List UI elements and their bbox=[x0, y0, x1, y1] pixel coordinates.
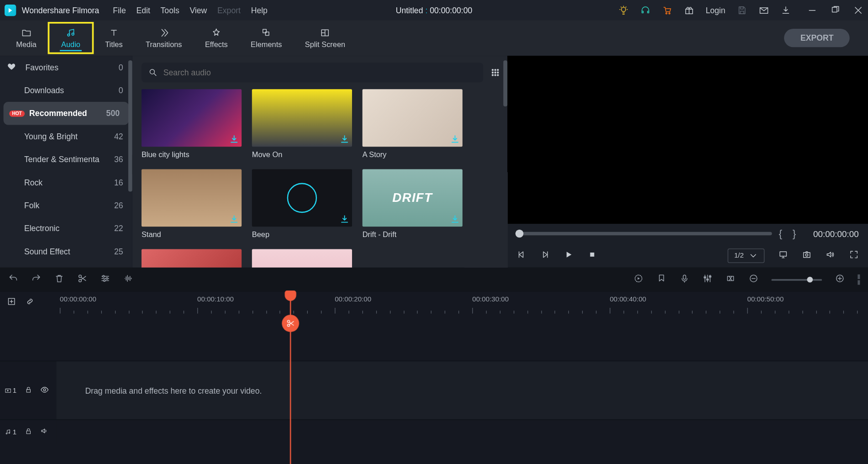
settings-icon[interactable] bbox=[100, 273, 110, 286]
playhead[interactable] bbox=[290, 292, 291, 464]
sidebar-item-young-bright[interactable]: Young & Bright42 bbox=[0, 125, 132, 148]
download-asset-icon[interactable] bbox=[339, 134, 350, 145]
sidebar-item-downloads[interactable]: Downloads0 bbox=[0, 79, 132, 102]
asset-thumbnail[interactable]: A Story bbox=[363, 89, 463, 158]
preview-canvas[interactable] bbox=[507, 56, 868, 224]
download-asset-icon[interactable] bbox=[450, 134, 460, 145]
sidebar-scrollbar[interactable] bbox=[128, 60, 132, 191]
menu-file[interactable]: File bbox=[113, 5, 126, 15]
login-button[interactable]: Login bbox=[705, 5, 725, 15]
link-icon[interactable] bbox=[25, 297, 34, 308]
timeline-zoom-slider[interactable] bbox=[771, 279, 822, 280]
export-button[interactable]: EXPORT bbox=[784, 29, 850, 47]
sidebar-item-favorites[interactable]: Favorites0 bbox=[0, 56, 132, 79]
display-icon[interactable] bbox=[779, 249, 788, 261]
tab-media[interactable]: Media bbox=[5, 22, 48, 54]
preview-progress-slider[interactable] bbox=[516, 232, 772, 236]
asset-thumbnail[interactable]: Drift - Drift bbox=[363, 169, 463, 238]
tab-titles[interactable]: Titles bbox=[94, 22, 134, 54]
menu-edit[interactable]: Edit bbox=[136, 5, 150, 15]
tab-audio[interactable]: Audio bbox=[48, 22, 94, 54]
search-input[interactable] bbox=[163, 68, 476, 77]
menu-view[interactable]: View bbox=[189, 5, 207, 15]
svg-rect-33 bbox=[683, 275, 686, 279]
close-icon[interactable] bbox=[853, 5, 863, 16]
lock-icon[interactable] bbox=[25, 427, 32, 436]
download-asset-icon[interactable] bbox=[339, 214, 350, 225]
menu-tools[interactable]: Tools bbox=[161, 5, 179, 15]
menubar: File Edit Tools View Export Help bbox=[113, 5, 268, 15]
video-track-drop-area[interactable]: Drag media and effects here to create yo… bbox=[56, 361, 868, 419]
sidebar-item-rock[interactable]: Rock16 bbox=[0, 171, 132, 194]
save-icon[interactable] bbox=[737, 5, 747, 16]
asset-thumbnail[interactable]: Stand bbox=[142, 169, 242, 238]
sidebar-item-tender[interactable]: Tender & Sentimenta36 bbox=[0, 148, 132, 171]
download-asset-icon[interactable] bbox=[450, 214, 460, 225]
asset-thumbnail[interactable] bbox=[252, 249, 352, 267]
crop-icon[interactable] bbox=[726, 273, 736, 286]
audio-track-row[interactable]: 1 bbox=[0, 419, 868, 443]
svg-point-19 bbox=[497, 72, 499, 73]
maximize-icon[interactable] bbox=[830, 5, 841, 16]
audio-mixer-icon[interactable] bbox=[702, 273, 713, 286]
svg-rect-42 bbox=[26, 389, 30, 392]
add-track-icon[interactable] bbox=[7, 297, 16, 308]
voiceover-icon[interactable] bbox=[679, 273, 690, 286]
delete-icon[interactable] bbox=[54, 273, 64, 286]
waveform-icon[interactable] bbox=[123, 273, 134, 286]
titlebar: Wondershare Filmora File Edit Tools View… bbox=[0, 0, 868, 20]
gift-icon[interactable] bbox=[684, 5, 694, 16]
timeline-ruler[interactable]: 00:00:00:0000:00:10:0000:00:20:0000:00:3… bbox=[56, 292, 868, 314]
grid-view-icon[interactable] bbox=[490, 67, 500, 78]
download-asset-icon[interactable] bbox=[229, 214, 239, 225]
audio-track-drop-area[interactable] bbox=[56, 420, 868, 444]
redo-icon[interactable] bbox=[31, 273, 42, 286]
volume-icon[interactable] bbox=[826, 249, 835, 261]
asset-thumbnail[interactable]: Beep bbox=[252, 169, 352, 238]
undo-icon[interactable] bbox=[8, 273, 19, 286]
cart-icon[interactable] bbox=[662, 5, 673, 16]
minimize-icon[interactable] bbox=[807, 5, 817, 16]
mail-icon[interactable] bbox=[759, 5, 769, 16]
marker-icon[interactable] bbox=[656, 273, 667, 286]
lock-icon[interactable] bbox=[25, 386, 32, 395]
download-icon[interactable] bbox=[781, 5, 791, 16]
speaker-icon[interactable] bbox=[40, 427, 48, 437]
cut-icon[interactable] bbox=[77, 273, 88, 286]
fullscreen-icon[interactable] bbox=[849, 249, 858, 261]
video-track-row[interactable]: 1 Drag media and effects here to create … bbox=[0, 361, 868, 419]
asset-thumbnail[interactable] bbox=[142, 249, 242, 267]
zoom-in-icon[interactable] bbox=[835, 273, 845, 286]
play-forward-icon[interactable] bbox=[540, 249, 550, 261]
lightbulb-icon[interactable] bbox=[618, 5, 629, 16]
menu-help[interactable]: Help bbox=[251, 5, 268, 15]
tab-split-screen[interactable]: Split Screen bbox=[294, 22, 357, 54]
svg-point-26 bbox=[805, 253, 808, 256]
timeline-scroll-indicator[interactable] bbox=[857, 274, 860, 285]
camera-icon[interactable] bbox=[802, 249, 811, 261]
preview-zoom-select[interactable]: 1/2 bbox=[728, 248, 764, 263]
library-scrollbar[interactable] bbox=[503, 60, 507, 106]
sidebar-item-sound-effect[interactable]: Sound Effect25 bbox=[0, 240, 132, 263]
playhead-cut-icon[interactable] bbox=[282, 315, 299, 332]
headphones-icon[interactable] bbox=[640, 5, 651, 16]
stop-icon[interactable] bbox=[587, 249, 597, 261]
sidebar-item-electronic[interactable]: Electronic22 bbox=[0, 217, 132, 240]
svg-point-8 bbox=[68, 34, 70, 36]
sidebar-item-folk[interactable]: Folk26 bbox=[0, 194, 132, 217]
zoom-out-icon[interactable] bbox=[748, 273, 759, 286]
asset-thumbnail[interactable]: Blue city lights bbox=[142, 89, 242, 158]
tab-effects[interactable]: Effects bbox=[194, 22, 239, 54]
tab-transitions[interactable]: Transitions bbox=[134, 22, 194, 54]
search-box[interactable] bbox=[142, 63, 483, 82]
eye-icon[interactable] bbox=[40, 385, 49, 395]
asset-thumbnail[interactable]: Move On bbox=[252, 89, 352, 158]
sidebar-item-recommended[interactable]: HOT Recommended500 bbox=[4, 102, 129, 125]
play-icon[interactable] bbox=[564, 249, 573, 261]
render-icon[interactable] bbox=[633, 273, 644, 286]
download-asset-icon[interactable] bbox=[229, 134, 239, 145]
step-back-icon[interactable] bbox=[516, 249, 526, 261]
menu-export: Export bbox=[217, 5, 241, 15]
mark-in-out-icon[interactable]: {} bbox=[779, 227, 806, 239]
tab-elements[interactable]: Elements bbox=[239, 22, 294, 54]
